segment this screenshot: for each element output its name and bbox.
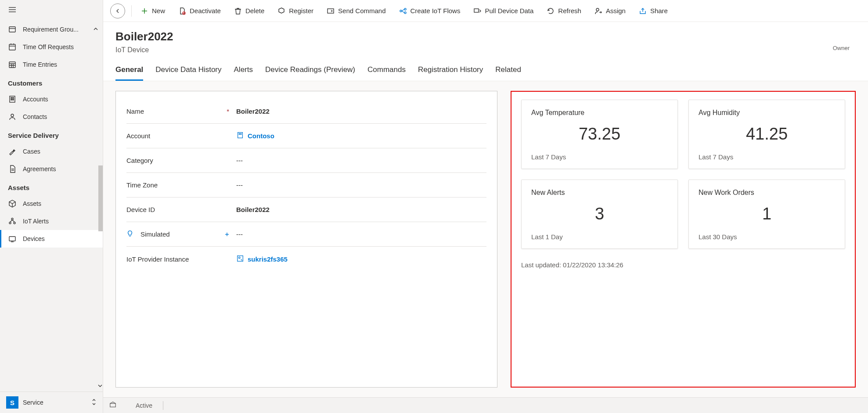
required-indicator: *: [227, 108, 229, 115]
tab-alerts[interactable]: Alerts: [234, 63, 253, 81]
refresh-button[interactable]: Refresh: [540, 4, 587, 18]
field-device-id[interactable]: Device ID Boiler2022: [126, 198, 486, 222]
svg-point-24: [9, 222, 11, 224]
sidebar-item-label: Time Entries: [23, 61, 57, 68]
field-name[interactable]: Name * Boiler2022: [126, 99, 486, 124]
back-button[interactable]: [110, 4, 125, 18]
send-command-button[interactable]: Send Command: [321, 4, 392, 18]
tab-commands[interactable]: Commands: [367, 63, 406, 81]
sidebar-item-agreements[interactable]: Agreements: [0, 160, 103, 178]
sidebar-item-label: IoT Alerts: [23, 218, 49, 225]
sidebar-item-time-off[interactable]: Time Off Requests: [0, 38, 103, 56]
deactivate-button[interactable]: Deactivate: [172, 4, 227, 18]
card-title: New Alerts: [531, 189, 668, 197]
cards-panel: Avg Temperature 73.25 Last 7 Days Avg Hu…: [511, 91, 856, 388]
tabs: General Device Data History Alerts Devic…: [103, 54, 868, 81]
svg-point-36: [400, 10, 402, 12]
tab-device-data-history[interactable]: Device Data History: [155, 63, 221, 81]
sidebar-item-iot-alerts[interactable]: IoT Alerts: [0, 212, 103, 230]
card-avg-temperature: Avg Temperature 73.25 Last 7 Days: [521, 100, 678, 169]
sidebar-item-contacts[interactable]: Contacts: [0, 108, 103, 126]
sidebar-section-customers: Customers: [0, 73, 103, 90]
sidebar-section-assets: Assets: [0, 178, 103, 195]
content: Name * Boiler2022 Account Contoso: [103, 81, 868, 397]
card-new-alerts: New Alerts 3 Last 1 Day: [521, 180, 678, 249]
field-simulated[interactable]: Simulated ---: [126, 222, 486, 247]
sidebar-item-accounts[interactable]: Accounts: [0, 90, 103, 108]
svg-point-37: [404, 8, 406, 10]
create-flows-button[interactable]: Create IoT Flows: [393, 4, 467, 18]
field-label: IoT Provider Instance: [126, 255, 189, 263]
sidebar-section-service-delivery: Service Delivery: [0, 126, 103, 143]
assign-button[interactable]: Assign: [588, 4, 632, 18]
tab-related[interactable]: Related: [495, 63, 521, 81]
tab-general[interactable]: General: [115, 63, 143, 81]
field-category[interactable]: Category ---: [126, 148, 486, 173]
card-title: New Work Orders: [699, 189, 835, 197]
field-value: ---: [236, 230, 486, 238]
pull-data-button[interactable]: Pull Device Data: [467, 4, 540, 18]
refresh-icon: [547, 7, 555, 15]
field-timezone[interactable]: Time Zone ---: [126, 173, 486, 198]
sidebar-item-cases[interactable]: Cases: [0, 143, 103, 160]
page-title: Boiler2022: [115, 30, 173, 43]
card-avg-humidity: Avg Humidity 41.25 Last 7 Days: [688, 100, 845, 169]
card-value: 3: [531, 205, 668, 223]
svg-rect-53: [110, 403, 115, 407]
svg-line-40: [402, 11, 404, 13]
plus-icon: [140, 7, 148, 15]
field-value: Boiler2022: [236, 206, 486, 213]
svg-rect-5: [9, 44, 15, 50]
share-icon: [639, 7, 647, 15]
sidebar-item-assets[interactable]: Assets: [0, 195, 103, 212]
building-icon: [8, 95, 17, 104]
main: New Deactivate Delete Register Send Comm…: [103, 0, 868, 413]
scrollbar-thumb[interactable]: [98, 165, 103, 231]
card-value: 41.25: [699, 125, 835, 144]
sidebar-item-devices[interactable]: Devices: [0, 230, 103, 248]
separator: [131, 5, 132, 17]
share-button[interactable]: Share: [633, 4, 674, 18]
svg-point-52: [238, 257, 240, 259]
svg-point-42: [596, 8, 599, 11]
field-provider[interactable]: IoT Provider Instance sukris2fs365: [126, 247, 486, 271]
sidebar-footer[interactable]: S Service: [0, 391, 103, 413]
record-header: Boiler2022 IoT Device Owner: [103, 22, 868, 54]
svg-line-39: [402, 9, 404, 11]
sidebar-item-label: Requirement Grou...: [23, 26, 79, 33]
field-label: Device ID: [126, 206, 155, 213]
field-label: Simulated: [140, 230, 170, 238]
cmd-label: New: [152, 7, 165, 14]
bulb-icon: [126, 230, 133, 238]
person-icon: [8, 112, 17, 121]
cube-icon: [8, 199, 17, 208]
command-bar: New Deactivate Delete Register Send Comm…: [103, 0, 868, 22]
device-icon: [8, 234, 17, 243]
delete-button[interactable]: Delete: [228, 4, 270, 18]
chevron-down-icon[interactable]: [97, 383, 103, 390]
provider-link[interactable]: sukris2fs365: [236, 255, 486, 264]
calendar-icon: [8, 43, 17, 51]
hamburger-button[interactable]: [0, 0, 103, 21]
svg-rect-41: [474, 9, 479, 12]
link-text: Contoso: [248, 132, 274, 140]
sidebar-item-time-entries[interactable]: Time Entries: [0, 56, 103, 73]
tab-registration-history[interactable]: Registration History: [418, 63, 483, 81]
field-account[interactable]: Account Contoso: [126, 124, 486, 148]
separator: [163, 401, 163, 410]
svg-point-23: [11, 218, 13, 220]
sidebar-item-label: Accounts: [23, 96, 48, 103]
svg-rect-47: [241, 133, 241, 134]
sidebar-item-requirement-group[interactable]: Requirement Grou...: [0, 21, 103, 38]
svg-rect-17: [11, 99, 12, 100]
new-button[interactable]: New: [134, 4, 171, 18]
tab-device-readings[interactable]: Device Readings (Preview): [265, 63, 355, 81]
trash-icon: [234, 7, 242, 15]
cmd-label: Create IoT Flows: [411, 7, 461, 14]
card-value: 1: [699, 205, 835, 223]
account-link[interactable]: Contoso: [236, 131, 486, 140]
field-value: Boiler2022: [236, 108, 486, 115]
card-footer: Last 1 Day: [531, 233, 668, 241]
register-button[interactable]: Register: [271, 4, 320, 18]
status-icon[interactable]: [109, 401, 116, 409]
